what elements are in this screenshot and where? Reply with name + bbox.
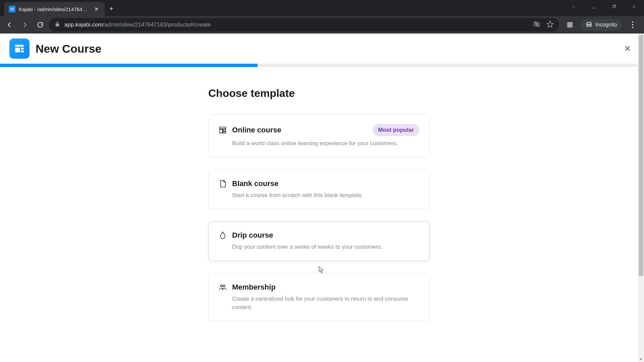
page-scrollbar[interactable]: ▾ (638, 34, 644, 362)
scrollbar-thumb[interactable] (639, 35, 643, 276)
nav-forward-button[interactable] (18, 18, 32, 32)
template-list: Online courseMost popularBuild a world c… (208, 114, 430, 321)
section-title: Choose template (208, 87, 430, 100)
template-description: Drip your content over a series of weeks… (232, 243, 419, 251)
tab-strip: Kajabi - /admin/sites/2147647163 ✕ + (0, 0, 118, 16)
template-card-blank[interactable]: Blank courseStart a course from scratch … (208, 170, 430, 209)
progress-fill (0, 64, 258, 67)
nav-back-button[interactable] (3, 18, 16, 32)
browser-tab[interactable]: Kajabi - /admin/sites/2147647163 ✕ (4, 2, 105, 16)
kajabi-favicon-icon (9, 6, 15, 12)
svg-point-6 (220, 285, 222, 287)
template-card-drip[interactable]: Drip courseDrip your content over a seri… (208, 221, 430, 261)
svg-rect-3 (220, 129, 222, 133)
address-bar-right (533, 20, 554, 29)
eye-off-icon[interactable] (533, 20, 540, 29)
incognito-badge[interactable]: Incognito (581, 19, 622, 31)
nav-reload-button[interactable] (34, 18, 47, 32)
page-title: New Course (36, 42, 102, 55)
window-maximize-button[interactable] (604, 0, 624, 13)
template-title: Blank course (232, 179, 278, 188)
blank-icon (219, 180, 227, 188)
template-description: Create a centralized hub for your custom… (232, 295, 419, 311)
chevron-down-icon[interactable] (564, 0, 584, 13)
svg-point-7 (223, 285, 225, 287)
url-text: app.kajabi.com/admin/sites/2147647163/pr… (64, 21, 211, 28)
content-scroll: Choose template Online courseMost popula… (0, 67, 638, 362)
window-controls (564, 0, 644, 16)
svg-rect-4 (223, 129, 226, 131)
extensions-icon[interactable] (564, 19, 576, 31)
template-description: Build a world class online learning expe… (232, 139, 419, 148)
scrollbar-down-arrow[interactable]: ▾ (638, 356, 644, 362)
address-bar[interactable]: app.kajabi.com/admin/sites/2147647163/pr… (49, 18, 559, 32)
template-description: Start a course from scratch with this bl… (232, 191, 419, 200)
page-body: New Course ✕ Choose template Online cour… (0, 34, 644, 362)
most-popular-badge: Most popular (373, 124, 419, 136)
tab-title: Kajabi - /admin/sites/2147647163 (19, 6, 90, 12)
svg-rect-1 (568, 22, 573, 27)
bookmark-star-icon[interactable] (546, 20, 554, 29)
toolbar-right-icons: Incognito (561, 19, 641, 31)
incognito-icon (585, 21, 593, 28)
content: Choose template Online courseMost popula… (208, 67, 430, 347)
window-minimize-button[interactable] (584, 0, 604, 13)
browser-menu-button[interactable] (627, 19, 639, 31)
tab-close-icon[interactable]: ✕ (93, 5, 100, 14)
membership-icon (219, 283, 227, 291)
window-close-button[interactable] (624, 0, 644, 13)
course-icon (9, 39, 30, 59)
new-tab-button[interactable]: + (105, 2, 118, 16)
incognito-label: Incognito (595, 22, 617, 28)
browser-toolbar: app.kajabi.com/admin/sites/2147647163/pr… (0, 16, 644, 34)
lock-icon (54, 21, 60, 29)
svg-rect-2 (220, 127, 226, 129)
template-card-course[interactable]: Online courseMost popularBuild a world c… (208, 114, 430, 158)
template-title: Online course (232, 126, 281, 134)
svg-rect-0 (613, 6, 615, 8)
progress-bar (0, 64, 644, 67)
app-header: New Course ✕ (0, 34, 644, 64)
svg-rect-5 (223, 132, 226, 133)
close-button[interactable]: ✕ (621, 40, 635, 57)
drip-icon (219, 231, 227, 239)
course-icon (219, 126, 227, 134)
template-title: Membership (232, 283, 276, 292)
browser-titlebar: Kajabi - /admin/sites/2147647163 ✕ + (0, 0, 644, 16)
template-title: Drip course (232, 231, 273, 240)
template-card-membership[interactable]: MembershipCreate a centralized hub for y… (208, 273, 430, 321)
